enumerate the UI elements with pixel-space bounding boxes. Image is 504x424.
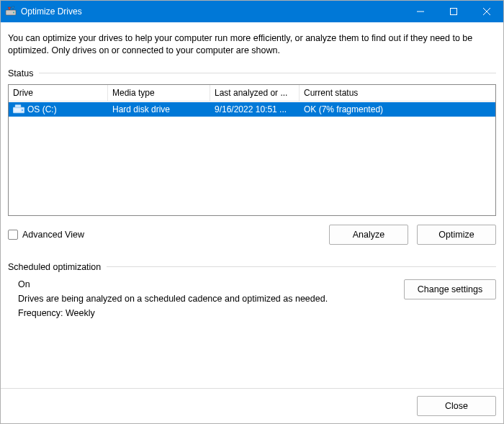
cell-drive: OS (C:) — [9, 103, 108, 116]
col-last[interactable]: Last analyzed or ... — [210, 85, 300, 102]
drive-icon — [13, 104, 24, 114]
col-drive[interactable]: Drive — [9, 85, 108, 102]
svg-rect-3 — [451, 9, 457, 15]
svg-point-1 — [13, 12, 14, 14]
section-rule — [107, 266, 496, 267]
checkbox-box-icon — [8, 230, 18, 240]
advanced-view-label: Advanced View — [22, 230, 84, 240]
svg-rect-9 — [15, 104, 21, 107]
content-area: You can optimize your drives to help you… — [1, 22, 503, 423]
cell-media: Hard disk drive — [108, 103, 210, 116]
analyze-button[interactable]: Analyze — [329, 225, 408, 245]
col-status[interactable]: Current status — [300, 85, 495, 102]
optimize-drives-window: Optimize Drives You can optimize your dr… — [0, 0, 504, 424]
status-label: Status — [8, 68, 39, 78]
intro-text: You can optimize your drives to help you… — [1, 22, 503, 66]
schedule-section-header: Scheduled optimization — [8, 262, 496, 279]
col-media[interactable]: Media type — [108, 85, 210, 102]
schedule-label: Scheduled optimization — [8, 262, 107, 272]
schedule-frequency: Frequency: Weekly — [18, 308, 404, 318]
drives-list-header: Drive Media type Last analyzed or ... Cu… — [9, 85, 495, 102]
close-button[interactable]: Close — [417, 396, 496, 416]
app-icon — [5, 6, 17, 17]
status-actions: Advanced View Analyze Optimize — [1, 216, 503, 245]
optimize-button[interactable]: Optimize — [417, 225, 496, 245]
schedule-body: On Drives are being analyzed on a schedu… — [8, 279, 496, 318]
window-title: Optimize Drives — [21, 6, 82, 17]
cell-last: 9/16/2022 10:51 ... — [210, 103, 300, 116]
cell-status: OK (7% fragmented) — [300, 103, 495, 116]
cell-drive-text: OS (C:) — [27, 104, 57, 114]
maximize-button[interactable] — [437, 1, 470, 22]
titlebar: Optimize Drives — [1, 1, 503, 22]
status-section: Status Drive Media type Last analyzed or… — [1, 66, 503, 216]
drives-list-body: OS (C:) Hard disk drive 9/16/2022 10:51 … — [9, 102, 495, 215]
status-section-header: Status — [8, 66, 496, 84]
advanced-view-checkbox[interactable]: Advanced View — [8, 230, 84, 240]
minimize-button[interactable] — [404, 1, 437, 22]
schedule-section: Scheduled optimization On Drives are bei… — [1, 245, 503, 318]
schedule-desc: Drives are being analyzed on a scheduled… — [18, 294, 404, 304]
schedule-text: On Drives are being analyzed on a schedu… — [18, 279, 404, 318]
table-row[interactable]: OS (C:) Hard disk drive 9/16/2022 10:51 … — [9, 102, 495, 117]
schedule-state: On — [18, 279, 404, 289]
svg-rect-7 — [14, 108, 21, 112]
drives-list[interactable]: Drive Media type Last analyzed or ... Cu… — [8, 84, 496, 216]
svg-point-8 — [22, 109, 23, 111]
section-rule — [39, 73, 496, 73]
change-settings-button[interactable]: Change settings — [404, 279, 496, 299]
close-window-button[interactable] — [470, 1, 503, 22]
footer: Close — [1, 388, 503, 423]
